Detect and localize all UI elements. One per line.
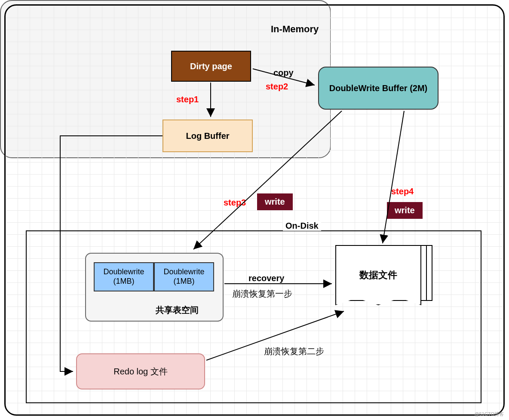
step1-label: step1 (176, 95, 199, 104)
crash-recovery-2: 崩溃恢复第二步 (264, 346, 324, 357)
datafile-stack: 数据文件 (335, 245, 434, 315)
step2-label: step2 (266, 82, 288, 92)
doublewrite-buffer-box: DoubleWrite Buffer (2M) (318, 67, 438, 110)
log-buffer-box: Log Buffer (163, 120, 253, 152)
dirty-page-box: Dirty page (171, 51, 251, 82)
crash-recovery-1: 崩溃恢复第一步 (232, 288, 292, 300)
copy-label: copy (273, 68, 294, 78)
datafile-label: 数据文件 (335, 245, 421, 305)
in-memory-title: In-Memory (271, 24, 319, 35)
write-badge-2: write (387, 202, 423, 219)
doublewrite-cell-1: Doublewrite (1MB) (94, 262, 154, 291)
watermark: @51CTO博客 (475, 411, 504, 417)
on-disk-title: On-Disk (283, 221, 321, 231)
shared-tablespace-label: 共享表空间 (156, 304, 199, 316)
step4-label: step4 (391, 187, 414, 196)
recovery-label: recovery (248, 273, 284, 283)
redo-log-box: Redo log 文件 (76, 353, 205, 389)
doublewrite-cell-2: Doublewrite (1MB) (154, 262, 214, 291)
step3-label: step3 (224, 198, 246, 208)
write-badge-1: write (257, 193, 293, 210)
